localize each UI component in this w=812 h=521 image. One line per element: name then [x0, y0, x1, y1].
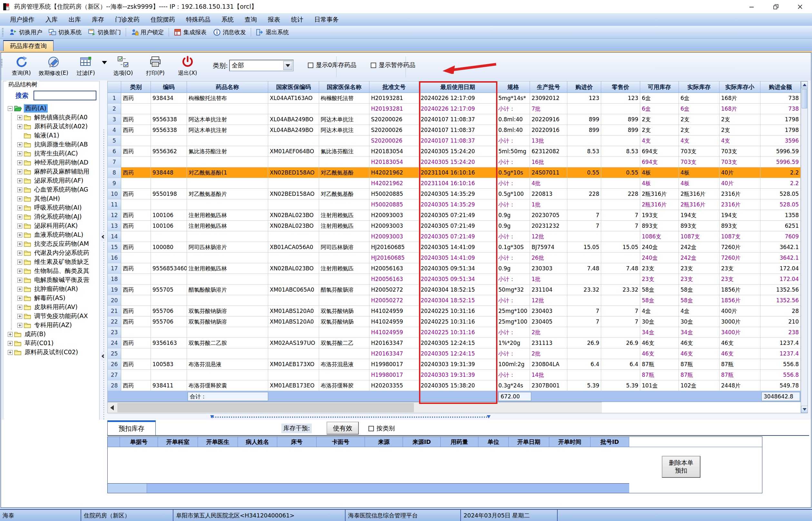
dropdown-button[interactable] — [283, 61, 292, 70]
expand-icon[interactable] — [17, 151, 22, 156]
table-row[interactable]: 10西药9550198对乙酰氨基酚片XN02BED158AO对乙酰氨基酚H500… — [108, 189, 808, 199]
toolbar-button-切换部门[interactable]: 切换部门 — [85, 27, 124, 37]
expand-icon[interactable] — [17, 115, 22, 120]
menu-item-特殊药品[interactable]: 特殊药品 — [181, 14, 216, 25]
tree-item[interactable]: 泌尿系统用药(AF) — [11, 176, 99, 185]
expand-icon[interactable] — [17, 278, 22, 282]
column-header-国家医保编码[interactable]: 国家医保编码 — [268, 81, 319, 93]
toolbar-button-切换系统[interactable]: 切换系统 — [45, 27, 85, 37]
expand-icon[interactable] — [17, 197, 22, 201]
toolbar-button-消息收发[interactable]: 消息收发 — [210, 27, 249, 37]
tree-item[interactable]: 生物制品、酶类及其 — [11, 267, 99, 275]
expand-icon[interactable] — [17, 187, 22, 192]
column-header-规格[interactable]: 规格 — [497, 81, 530, 93]
tree-item[interactable]: 心血管系统药物(AG — [11, 185, 99, 194]
menu-item-入库[interactable]: 入库 — [40, 14, 63, 25]
column-header-单位[interactable]: 单位 — [478, 437, 509, 447]
restore-icon[interactable] — [764, 0, 788, 14]
column-header-来源[interactable]: 来源 — [365, 437, 403, 447]
tree-item[interactable]: 泌尿科用药(AK) — [11, 221, 99, 230]
table-row[interactable]: 15西药100080阿司匹林肠溶片XB01ACA056A0阿司匹林肠溶HJ201… — [108, 242, 808, 253]
tree-item[interactable]: 维生素及矿物质缺乏 — [11, 257, 99, 267]
by-category-checkbox[interactable] — [368, 426, 374, 431]
expand-icon[interactable] — [8, 341, 13, 346]
column-header-类别[interactable]: 类别 — [121, 81, 151, 93]
show-paused-drugs-checkbox[interactable] — [371, 63, 376, 68]
column-header-最后使用日期[interactable]: 最后使用日期 — [419, 81, 497, 93]
menu-item-门诊发药[interactable]: 门诊发药 — [110, 14, 145, 25]
scroll-down-icon[interactable] — [801, 406, 808, 413]
table-row[interactable]: 27H1998001720240303 19:31:39小计：14批87瓶87瓶… — [108, 370, 808, 380]
expand-icon[interactable] — [17, 296, 22, 301]
query-toolbar-查询(R)[interactable]: 查询(R) — [5, 55, 38, 77]
menu-item-用户操作[interactable]: 用户操作 — [4, 14, 40, 25]
collapse-left-icon[interactable] — [101, 352, 106, 360]
menu-item-出库[interactable]: 出库 — [63, 14, 87, 25]
collapse-left-icon[interactable] — [101, 233, 106, 241]
query-toolbar-过滤(F)[interactable]: 过滤(F) — [70, 55, 102, 77]
table-row[interactable]: 5S2020002620240107 11:08:37小计：13批4支4支4支3… — [108, 135, 808, 146]
query-toolbar-选项(O)[interactable]: 选项(O) — [107, 55, 139, 77]
scrollbar-thumb[interactable] — [802, 89, 807, 108]
horizontal-splitter[interactable] — [211, 415, 490, 419]
expand-icon[interactable] — [17, 224, 22, 228]
menu-item-报表[interactable]: 报表 — [262, 14, 286, 25]
tree-item[interactable]: 抗病原微生物药(AB — [11, 140, 99, 149]
search-input[interactable] — [33, 91, 96, 100]
table-row[interactable]: 23H4102495920240225 10:31:16小计：2批34盒34盒3… — [108, 327, 808, 338]
tree-item[interactable]: 解热镇痛抗炎药(A0 — [11, 113, 99, 122]
column-header-购进金额[interactable]: 购进金额 — [760, 81, 801, 93]
column-header-实际库存[interactable]: 实际库存 — [679, 81, 719, 93]
menu-item-统计[interactable]: 统计 — [286, 14, 309, 25]
expand-icon[interactable] — [8, 350, 13, 355]
tree-item[interactable]: 西药(A) — [3, 104, 99, 113]
expand-icon[interactable] — [17, 233, 22, 237]
expand-icon[interactable] — [17, 178, 22, 183]
tab-withheld-inventory[interactable]: 预扣库存 — [108, 420, 156, 435]
table-row[interactable]: 24西药9356163双氯芬酸二乙胺XM02AAS197UO双氯芬酸二乙H201… — [108, 338, 808, 348]
expand-icon[interactable] — [17, 305, 22, 310]
scroll-up-icon[interactable] — [801, 81, 808, 88]
column-header-零售价[interactable]: 零售价 — [601, 81, 640, 93]
tree-item[interactable]: 神经系统用药物(AD — [11, 158, 99, 167]
table-row[interactable]: 1西药938434枸橼酸托法替布XL04AAT163AO枸橼酸托法替H20193… — [108, 93, 808, 104]
grid-horizontal-scrollbar[interactable] — [108, 402, 602, 413]
table-row[interactable]: 11H5002088520240305 14:35:29小计：1批2瓶316片2… — [108, 199, 808, 210]
column-header-开单医生[interactable]: 开单医生 — [198, 437, 238, 447]
tree-item[interactable]: 其他(AH) — [11, 194, 99, 203]
menu-item-查询[interactable]: 查询 — [239, 14, 262, 25]
table-row[interactable]: 14H2009300320240305 07:21:49小计：12批1086支1… — [108, 231, 808, 242]
expand-icon[interactable] — [17, 142, 22, 147]
category-select[interactable]: 全部 — [229, 60, 294, 71]
menu-item-系统[interactable]: 系统 — [216, 14, 239, 25]
close-icon[interactable] — [788, 0, 812, 14]
column-header-批准文号[interactable]: 批准文号 — [369, 81, 419, 93]
table-row[interactable]: 9H4202196220231104 16:10:16小计：4批4板4板40片2… — [108, 178, 808, 189]
column-header-用药量[interactable]: 用药量 — [441, 437, 478, 447]
expand-icon[interactable] — [17, 124, 22, 129]
tree-item[interactable]: 调节免疫功能药(AX — [11, 312, 99, 321]
tree-item[interactable]: 成药(B) — [3, 330, 99, 339]
tree-item[interactable]: 麻醉药及麻醉辅助用 — [11, 167, 99, 176]
table-row[interactable]: 20H2005027220240304 18:52:15小计：12批58盒58盒… — [108, 295, 808, 306]
table-row[interactable]: 17西药9556853460注射用赖氨匹林XN02BAL023BO注射用赖氨匹H… — [108, 263, 808, 274]
table-row[interactable]: 3西药9556338阿达木单抗注射XL04ABA249BO阿达木单抗注S2020… — [108, 114, 808, 125]
toolbar-button-退出系统[interactable]: 退出系统 — [253, 27, 292, 37]
enable-button[interactable]: 使有效 — [327, 422, 359, 434]
withheld-table-scrollbar[interactable] — [108, 483, 629, 493]
tab-drug-inventory-query[interactable]: 药品库存查询 — [3, 40, 53, 51]
column-header-药品名称[interactable]: 药品名称 — [187, 81, 268, 93]
expand-icon[interactable] — [17, 323, 22, 328]
table-row[interactable]: 2H2019328120240226 12:17:09小计：7批6盒6盒168片… — [108, 104, 808, 114]
tree-item[interactable]: 呼吸系统药物(AI) — [11, 203, 99, 212]
table-row[interactable]: 19西药955705醋氯酚酸肠溶片XM01ABC065A0醋氯芬酸肠溶H2005… — [108, 285, 808, 295]
collapse-icon[interactable] — [8, 106, 13, 111]
table-row[interactable]: 13西药100106注射用赖氨匹林XN02BAL023BO注射用赖氨匹H2009… — [108, 221, 808, 231]
minimize-icon[interactable] — [739, 0, 764, 14]
scrollbar-thumb[interactable] — [117, 403, 414, 412]
toolbar-button-用户锁定[interactable]: 用户锁定 — [128, 27, 167, 37]
query-toolbar-打印(P)[interactable]: 打印(P) — [139, 55, 171, 77]
expand-icon[interactable] — [17, 269, 22, 274]
table-row[interactable]: 12西药100106注射用赖氨匹林XN02BAL023BO注射用赖氨匹H2009… — [108, 210, 808, 221]
tree-item[interactable]: 原料药及试剂(A02) — [11, 122, 99, 131]
